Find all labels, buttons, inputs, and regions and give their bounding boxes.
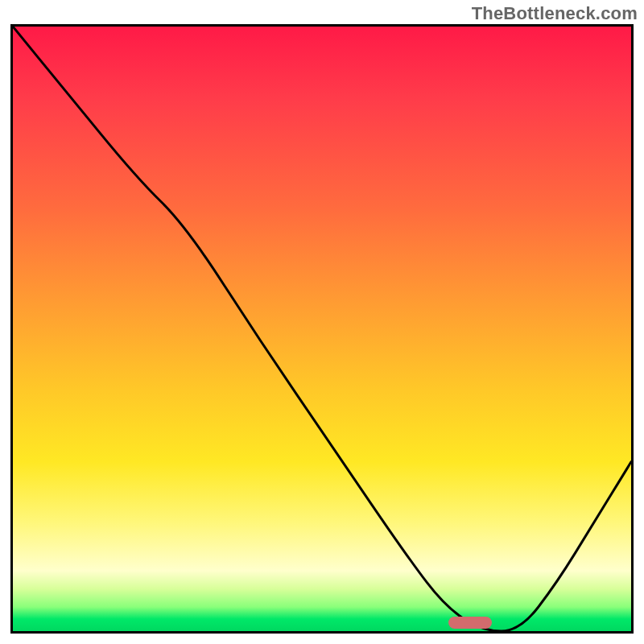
bottleneck-curve [13,27,631,631]
optimal-zone-marker [448,617,492,629]
plot-area [10,24,634,634]
watermark-text: TheBottleneck.com [472,3,638,24]
chart-container: TheBottleneck.com [0,0,644,644]
